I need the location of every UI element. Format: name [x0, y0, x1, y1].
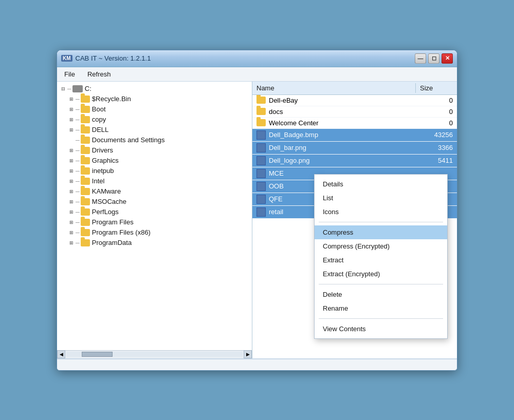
file-row-selected[interactable]: Dell_Badge.bmp 43256 [252, 129, 457, 142]
tree-expand[interactable]: ⊞ [67, 218, 76, 226]
file-row[interactable]: Dell-eBay 0 [252, 95, 457, 106]
tree-expand[interactable]: ⊞ [67, 239, 76, 247]
folder-icon [81, 126, 90, 133]
tree-expand[interactable]: ⊞ [67, 177, 76, 185]
app-logo: KM [61, 55, 72, 62]
tree-label: Drivers [92, 146, 113, 154]
ctx-view-contents[interactable]: View Contents [315, 322, 447, 336]
title-bar-left: KM CAB IT ~ Version: 1.2.1.1 [61, 54, 151, 62]
tree-dash: ─ [76, 106, 80, 112]
folder-icon [81, 229, 90, 236]
tree-expand[interactable]: ⊞ [67, 198, 76, 206]
scroll-thumb[interactable] [82, 352, 113, 357]
tree-dash: ─ [76, 230, 80, 236]
folder-icon [256, 108, 266, 115]
ctx-compress-encrypted[interactable]: Compress (Encrypted) [315, 239, 447, 253]
tree-item-graphics[interactable]: ⊞ ─ Graphics [57, 156, 252, 166]
tree-item[interactable]: ⊞ ─ ProgramData [57, 238, 252, 248]
maximize-button[interactable]: ◻ [428, 53, 439, 64]
tree-label: PerfLogs [92, 208, 119, 216]
minimize-button[interactable]: — [415, 53, 426, 64]
ctx-extract[interactable]: Extract [315, 253, 447, 267]
tree-expand[interactable]: ⊞ [67, 105, 76, 113]
horizontal-scrollbar[interactable]: ◀ ▶ [57, 350, 252, 358]
folder-icon [81, 116, 90, 123]
file-row[interactable]: docs 0 [252, 106, 457, 118]
tree-dash: ─ [76, 147, 80, 154]
file-name: Dell_bar.png [269, 144, 416, 151]
folder-icon [256, 119, 266, 126]
tree-expand[interactable]: ⊞ [67, 146, 76, 155]
scroll-right-button[interactable]: ▶ [244, 350, 252, 358]
column-name-header: Name [252, 83, 416, 93]
tree-scroll[interactable]: ⊟ ─ C: ⊞ ─ $Recycle.Bin ⊞ ─ Boot [57, 82, 252, 350]
tree-label: Boot [92, 105, 106, 113]
window-title: CAB IT ~ Version: 1.2.1.1 [76, 54, 151, 62]
tree-pane: ⊟ ─ C: ⊞ ─ $Recycle.Bin ⊞ ─ Boot [57, 82, 252, 358]
folder-icon [81, 96, 90, 103]
tree-dash: ─ [76, 178, 80, 184]
ctx-compress[interactable]: Compress [315, 225, 447, 239]
file-row-selected[interactable]: Dell_bar.png 3366 [252, 142, 457, 155]
folder-icon [81, 198, 90, 205]
file-icon [256, 207, 266, 217]
tree-dash: ─ [76, 209, 80, 215]
tree-expand[interactable]: ⊞ [67, 167, 76, 175]
tree-item[interactable]: ─ Documents and Settings [57, 135, 252, 145]
tree-item[interactable]: ⊞ ─ $Recycle.Bin [57, 94, 252, 104]
tree-dash: ─ [67, 86, 71, 92]
scroll-left-button[interactable]: ◀ [57, 350, 65, 358]
menu-refresh[interactable]: Refresh [85, 69, 113, 79]
ctx-rename[interactable]: Rename [315, 301, 447, 315]
ctx-delete[interactable]: Delete [315, 288, 447, 301]
tree-label: KAMware [92, 187, 121, 195]
menu-file[interactable]: File [62, 69, 77, 79]
tree-item[interactable]: ⊞ ─ MSOCache [57, 197, 252, 207]
tree-dash: ─ [76, 188, 80, 195]
tree-expand[interactable]: ⊞ [67, 208, 76, 216]
tree-item[interactable]: ⊞ ─ inetpub [57, 166, 252, 176]
tree-label: copy [92, 116, 106, 123]
tree-expand[interactable]: ⊞ [67, 116, 76, 124]
file-size: 0 [416, 108, 457, 116]
tree-item[interactable]: ⊞ ─ KAMware [57, 186, 252, 197]
folder-icon [81, 167, 90, 175]
context-menu: Details List Icons Compress Compress (En… [314, 174, 448, 339]
file-size: 0 [416, 97, 457, 104]
ctx-details[interactable]: Details [315, 177, 447, 191]
ctx-icons[interactable]: Icons [315, 205, 447, 219]
main-content: ⊟ ─ C: ⊞ ─ $Recycle.Bin ⊞ ─ Boot [57, 82, 457, 359]
tree-expand[interactable]: ⊞ [67, 95, 76, 103]
ctx-group-contents: View Contents [315, 320, 447, 337]
ctx-group-view: Details List Icons [315, 176, 447, 220]
ctx-list[interactable]: List [315, 191, 447, 205]
tree-item[interactable]: ⊞ ─ copy [57, 114, 252, 125]
tree-item[interactable]: ⊞ ─ Intel [57, 176, 252, 186]
tree-expand[interactable]: ⊞ [67, 157, 76, 165]
scroll-track[interactable] [66, 352, 243, 357]
tree-item[interactable]: ⊞ ─ Program Files (x86) [57, 227, 252, 238]
tree-expand[interactable]: ⊞ [67, 126, 76, 134]
tree-item[interactable]: ⊞ ─ Drivers [57, 145, 252, 156]
tree-dash: ─ [76, 137, 80, 143]
tree-root[interactable]: ⊟ ─ C: [57, 84, 252, 94]
title-buttons: — ◻ ✕ [415, 53, 453, 64]
tree-expand[interactable]: ⊞ [67, 228, 76, 237]
folder-icon [256, 97, 266, 104]
column-size-header: Size [416, 83, 457, 93]
file-name: Dell_logo.png [269, 157, 416, 164]
tree-item[interactable]: ⊞ ─ Program Files [57, 217, 252, 227]
folder-icon [81, 157, 90, 164]
file-row-selected[interactable]: Dell_logo.png 5411 [252, 155, 457, 167]
close-button[interactable]: ✕ [442, 53, 453, 64]
folder-icon [81, 219, 90, 226]
tree-item[interactable]: ⊞ ─ PerfLogs [57, 207, 252, 217]
folder-icon [81, 137, 90, 144]
file-row[interactable]: Welcome Center 0 [252, 118, 457, 129]
tree-item[interactable]: ⊞ ─ Boot [57, 104, 252, 114]
tree-item[interactable]: ⊞ ─ DELL [57, 125, 252, 135]
tree-expand[interactable]: ⊞ [67, 187, 76, 196]
ctx-group-file: Delete Rename [315, 286, 447, 317]
ctx-extract-encrypted[interactable]: Extract (Encrypted) [315, 267, 447, 281]
tree-expand-root[interactable]: ⊟ [59, 85, 67, 93]
